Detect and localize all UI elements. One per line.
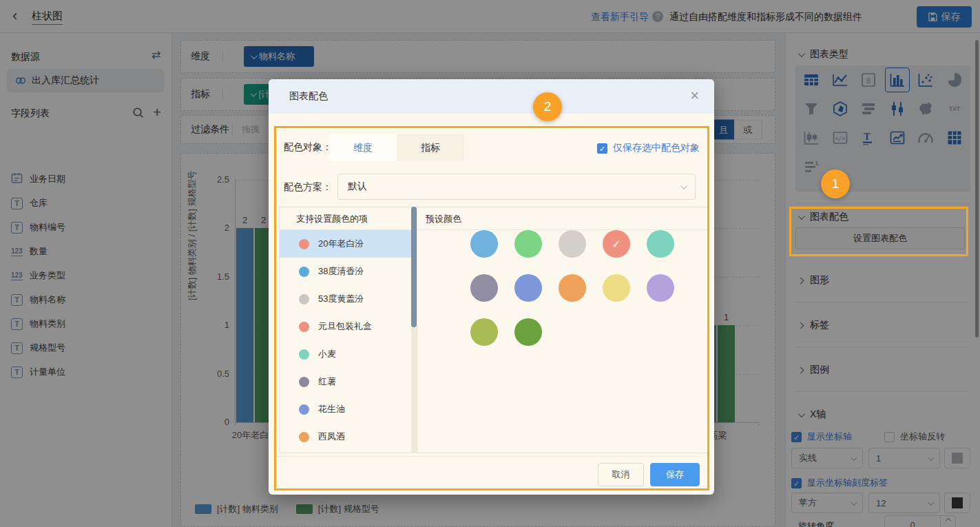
checkbox-checked-icon[interactable]: ✓ [597, 143, 607, 154]
footer-divider [275, 456, 700, 457]
tutorial-step-2-badge: 2 [533, 92, 562, 121]
preset-color-circle[interactable] [647, 230, 674, 258]
item-color-dot [299, 377, 309, 387]
modal-save-button[interactable]: 保存 [650, 463, 700, 486]
preset-colors-panel: 预设颜色 ✓ 自定义颜色 [417, 207, 708, 453]
preset-color-circle[interactable] [559, 274, 586, 302]
colorable-items-list: 20年老白汾38度清香汾53度黄盖汾元旦包装礼盒小麦红薯花生油西凤酒 [280, 230, 411, 451]
list-scrollbar[interactable] [411, 207, 417, 453]
colorable-item[interactable]: 小麦 [280, 340, 411, 368]
preset-color-circle[interactable] [603, 274, 630, 302]
colorable-item[interactable]: 20年老白汾 [280, 230, 411, 258]
item-label: 花生油 [318, 403, 345, 415]
item-label: 西凤酒 [318, 431, 345, 443]
select-value: 默认 [348, 180, 367, 193]
item-color-dot [299, 294, 309, 304]
colorable-items-panel: 支持设置颜色的项 20年老白汾38度清香汾53度黄盖汾元旦包装礼盒小麦红薯花生油… [279, 207, 411, 453]
colorable-item[interactable]: 西凤酒 [280, 423, 411, 451]
item-color-dot [299, 404, 309, 415]
color-object-label: 配色对象： [284, 141, 332, 154]
checkbox-label: 仅保存选中配色对象 [613, 142, 700, 154]
item-label: 元旦包装礼盒 [318, 320, 372, 333]
colorable-items-title: 支持设置颜色的项 [280, 207, 411, 230]
save-only-checkbox-row[interactable]: ✓ 仅保存选中配色对象 [597, 142, 700, 154]
item-label: 20年老白汾 [318, 238, 364, 250]
item-label: 53度黄盖汾 [318, 293, 364, 305]
preset-color-circle[interactable] [470, 230, 498, 258]
colorable-item[interactable]: 元旦包装礼盒 [280, 313, 411, 340]
preset-colors-title: 预设颜色 [417, 207, 707, 230]
preset-color-circle[interactable] [559, 230, 586, 258]
preset-color-circle[interactable] [647, 274, 674, 302]
colorable-item[interactable]: 38度清香汾 [280, 258, 411, 285]
modal-title: 图表配色 [289, 90, 328, 103]
item-label: 38度清香汾 [318, 265, 364, 278]
item-color-dot [299, 267, 309, 277]
preset-color-circle[interactable] [514, 230, 542, 258]
color-scheme-label: 配色方案： [284, 181, 332, 194]
colorable-item[interactable]: 红薯 [280, 368, 411, 395]
check-icon: ✓ [612, 238, 621, 251]
preset-color-circle-selected[interactable]: ✓ [603, 230, 630, 258]
scrollbar-thumb[interactable] [411, 207, 417, 327]
tab-measure[interactable]: 指标 [397, 134, 464, 161]
chevron-down-icon [680, 183, 687, 189]
tab-dimension[interactable]: 维度 [329, 134, 397, 161]
close-icon[interactable]: × [690, 87, 699, 104]
modal-header: 图表配色 × [269, 79, 714, 114]
preset-color-circle[interactable] [470, 274, 498, 302]
preset-color-circle[interactable] [514, 274, 542, 302]
item-label: 小麦 [318, 348, 336, 360]
tutorial-step-1-badge: 1 [821, 169, 850, 198]
tutorial-highlight-box [789, 207, 968, 256]
preset-color-circle[interactable] [514, 318, 542, 346]
custom-colors-title: 自定义颜色 [460, 452, 505, 453]
cancel-button[interactable]: 取消 [598, 463, 644, 486]
color-scheme-select[interactable]: 默认 [337, 174, 696, 200]
item-color-dot [299, 322, 309, 332]
item-color-dot [299, 432, 309, 442]
colorable-item[interactable]: 花生油 [280, 395, 411, 423]
chart-color-modal: 图表配色 × 配色对象： 维度 指标 ✓ 仅保存选中配色对象 配色方案： 默认 … [269, 79, 714, 495]
color-object-tabs: 维度 指标 [329, 134, 464, 161]
item-color-dot [299, 349, 309, 360]
item-label: 红薯 [318, 375, 336, 388]
colorable-item[interactable]: 53度黄盖汾 [280, 285, 411, 313]
item-color-dot [299, 239, 309, 249]
preset-color-circle[interactable] [470, 318, 498, 346]
